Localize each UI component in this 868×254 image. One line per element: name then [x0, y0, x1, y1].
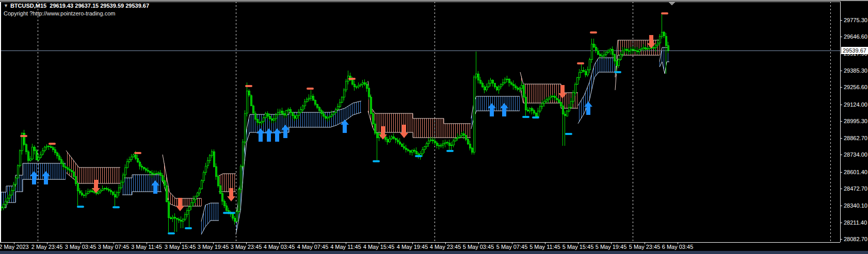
price-axis-label: 29775.30	[844, 17, 867, 23]
time-axis-label: 5 May 03:45	[463, 244, 494, 250]
buy-arrow-icon	[30, 171, 38, 184]
price-tick	[840, 223, 842, 223]
time-axis-label: 4 May 15:45	[363, 244, 395, 250]
price-tick	[840, 105, 842, 105]
ohlc-low: 29539.59	[100, 3, 124, 9]
price-chart-canvas[interactable]	[0, 0, 868, 254]
time-axis-label: 3 May 07:45	[98, 244, 130, 250]
price-axis-label: 28601.40	[844, 169, 867, 175]
price-tick	[840, 71, 842, 71]
price-axis-label: 28862.70	[844, 135, 867, 141]
current-price-box: 29539.67	[841, 47, 868, 54]
swing-low-mark	[77, 206, 84, 208]
price-axis-label: 28211.40	[844, 219, 867, 226]
sell-arrow-icon	[647, 35, 655, 48]
price-axis-label: 29385.30	[844, 67, 867, 74]
sell-arrow-icon	[558, 85, 567, 98]
time-axis-label: 4 May 23:45	[430, 244, 461, 250]
time-axis-label: 3 May 23:45	[231, 244, 262, 250]
ohlc-high: 29637.15	[75, 3, 99, 9]
swing-low-mark	[565, 133, 572, 135]
time-axis-label: 4 May 11:45	[330, 244, 361, 250]
price-axis-label: 28082.70	[844, 236, 867, 242]
time-axis-label: 3 May 19:45	[198, 244, 229, 250]
price-axis-label: 28995.30	[844, 118, 867, 124]
time-axis-label: 3 May 03:45	[65, 244, 97, 250]
time-axis-label: 2 May 2023	[0, 244, 29, 250]
time-axis-label: 3 May 11:45	[131, 244, 162, 250]
price-tick	[840, 37, 842, 37]
time-axis-label: 5 May 23:45	[629, 244, 661, 250]
swing-low-mark	[415, 155, 422, 157]
time-axis-label: 5 May 19:45	[596, 244, 627, 250]
price-tick	[840, 239, 842, 240]
price-axis-label: 28734.00	[844, 151, 867, 158]
swing-high-mark	[20, 135, 27, 137]
symbol-period-label: BTCUSD,M15	[10, 3, 46, 9]
window-bottom-edge	[0, 251, 868, 254]
swing-high-mark	[590, 31, 597, 33]
price-axis-label: 28472.70	[844, 185, 867, 192]
swing-low-mark	[446, 150, 454, 152]
chart-shift-marker-icon	[669, 2, 675, 6]
chart-title: ▼BTCUSD,M15 29619.43 29637.15 29539.59 2…	[4, 3, 149, 9]
swing-low-mark	[614, 71, 621, 73]
swing-low-mark	[112, 206, 120, 208]
time-axis-label: 6 May 03:45	[662, 244, 694, 250]
ohlc-open: 29619.43	[50, 3, 73, 9]
swing-low-mark	[228, 212, 235, 214]
price-tick	[840, 87, 842, 88]
swing-high-mark	[348, 78, 356, 80]
time-axis-label: 3 May 15:45	[165, 244, 196, 250]
swing-high-mark	[134, 152, 141, 154]
swing-low-mark	[185, 227, 192, 229]
price-tick	[840, 121, 842, 122]
price-axis-label: 29124.00	[844, 101, 867, 108]
swing-high-mark	[49, 143, 56, 145]
swing-low-mark	[373, 160, 380, 162]
time-axis-label: 4 May 07:45	[297, 244, 329, 250]
time-axis-label: 5 May 15:45	[562, 244, 594, 250]
swing-low-mark	[522, 116, 529, 118]
swing-high-mark	[661, 12, 668, 14]
price-axis-label: 29646.60	[844, 33, 867, 40]
price-tick	[840, 189, 842, 189]
price-tick	[840, 155, 842, 155]
copyright-watermark: Copyright ?http://www.pointzero-trading.…	[4, 10, 115, 16]
price-axis-label: 28340.10	[844, 202, 867, 209]
mt4-chart-window: ▼BTCUSD,M15 29619.43 29637.15 29539.59 2…	[0, 0, 868, 254]
price-tick	[840, 172, 842, 173]
time-axis-label: 2 May 23:45	[31, 244, 63, 250]
time-axis[interactable]: 2 May 20232 May 23:453 May 03:453 May 07…	[0, 242, 840, 251]
swing-low-mark	[168, 232, 175, 234]
price-tick	[840, 20, 842, 21]
swing-high-mark	[577, 62, 584, 64]
time-axis-label: 5 May 07:45	[496, 244, 528, 250]
price-axis-label: 29256.60	[844, 84, 867, 90]
time-axis-label: 4 May 19:45	[397, 244, 428, 250]
ohlc-close: 29539.67	[125, 3, 149, 9]
price-tick	[840, 206, 842, 206]
sell-arrow-icon	[400, 125, 408, 138]
time-axis-label: 5 May 11:45	[529, 244, 560, 250]
swing-high-mark	[245, 85, 252, 87]
price-axis[interactable]: 29775.3029646.6029517.9029385.3029256.60…	[840, 0, 868, 242]
swing-low-mark	[532, 116, 539, 118]
price-tick	[840, 138, 842, 139]
swing-high-mark	[307, 88, 314, 90]
symbol-dropdown-icon[interactable]: ▼	[4, 3, 8, 8]
time-axis-label: 4 May 03:45	[264, 244, 295, 250]
